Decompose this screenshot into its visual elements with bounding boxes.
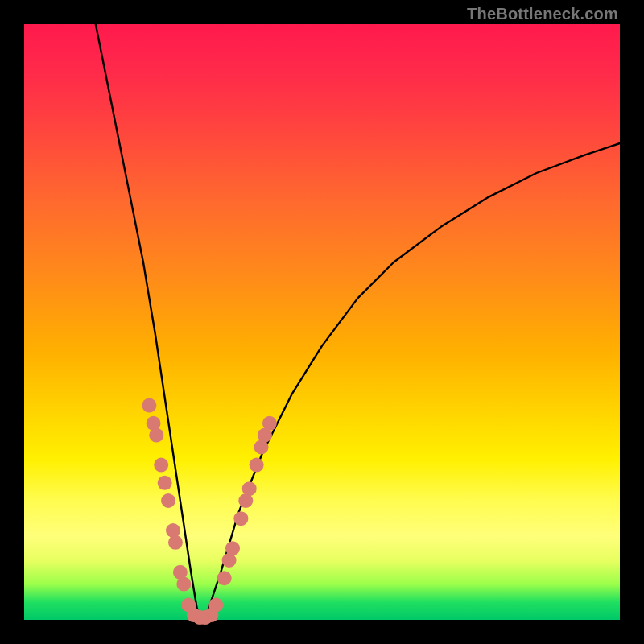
chart-plot-area [24,24,620,620]
chart-outer-frame: TheBottleneck.com [0,0,644,644]
watermark-text: TheBottleneck.com [467,5,618,23]
